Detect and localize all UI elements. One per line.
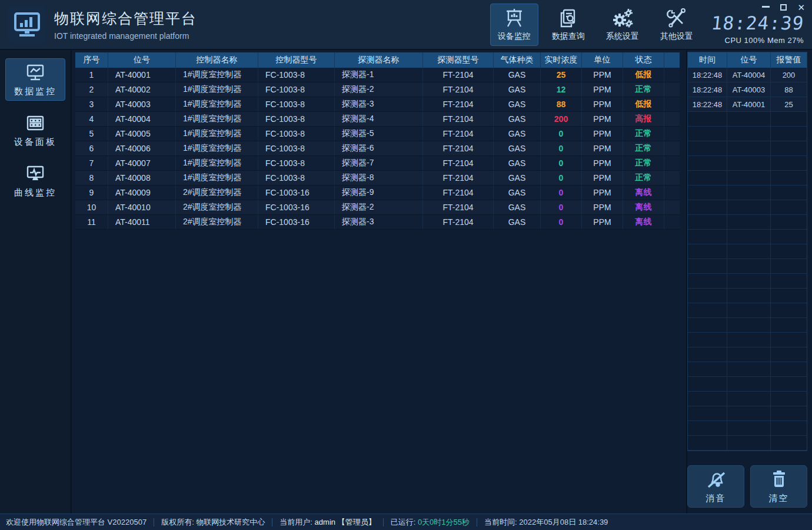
mute-button-label: 消音 <box>706 493 726 504</box>
cell-det_model: FT-2104 <box>422 97 493 111</box>
cell-detector: 探测器-4 <box>334 112 422 126</box>
sidebar-item-label: 设备面板 <box>14 137 56 148</box>
cell-value <box>770 259 807 273</box>
cell-time <box>688 362 727 376</box>
cell-value <box>770 421 807 435</box>
cell-time <box>688 406 727 420</box>
current-user-label: 当前用户: <box>279 517 312 528</box>
cell-value <box>770 186 807 200</box>
cell-tag <box>727 318 770 332</box>
column-header: 位号 <box>727 52 770 68</box>
cell-tag <box>727 156 770 170</box>
table-row[interactable]: 5AT-400051#调度室控制器FC-1003-8探测器-5FT-2104GA… <box>75 127 680 141</box>
cell-value: 88 <box>770 82 807 97</box>
title-block: 物联网综合管理平台 IOT integrated management plat… <box>54 9 197 41</box>
table-row[interactable]: 1AT-400011#调度室控制器FC-1003-8探测器-1FT-2104GA… <box>75 68 680 82</box>
digital-clock: 18:24:39 <box>710 12 805 34</box>
table-row[interactable]: 6AT-400061#调度室控制器FC-1003-8探测器-6FT-2104GA… <box>75 141 680 156</box>
doc-search-icon <box>558 8 579 29</box>
cell-time <box>688 274 727 288</box>
alarm-row-empty <box>688 392 807 406</box>
nav-system-settings[interactable]: 系统设置 <box>598 4 647 46</box>
cell-tag: AT-40003 <box>727 82 770 97</box>
cell-det_model: FT-2104 <box>422 82 493 97</box>
cell-value: 25 <box>770 97 807 111</box>
clear-button[interactable]: 清空 <box>750 465 807 508</box>
window-controls: ✕ <box>762 4 805 11</box>
cell-detector: 探测器-8 <box>334 171 422 185</box>
cell-det_model: FT-2104 <box>422 68 493 82</box>
sidebar-item-data-monitor[interactable]: 数据监控 <box>5 58 65 101</box>
board-chart-icon <box>504 8 525 29</box>
nav-label: 系统设置 <box>606 31 639 42</box>
cell-tag: AT-40003 <box>108 97 175 111</box>
cell-status: 正常 <box>623 156 664 170</box>
cell-detector: 探测器-1 <box>334 68 422 82</box>
table-row[interactable]: 11AT-400112#调度室控制器FC-1003-16探测器-3FT-2104… <box>75 215 680 230</box>
minimize-button[interactable] <box>762 6 770 8</box>
cell-filler <box>664 215 680 229</box>
table-row[interactable]: 2AT-400021#调度室控制器FC-1003-8探测器-2FT-2104GA… <box>75 82 680 97</box>
cell-tag <box>727 362 770 376</box>
alarm-row-empty <box>688 156 807 171</box>
cell-tag: AT-40010 <box>108 200 175 214</box>
cell-status: 正常 <box>623 127 664 141</box>
tools-icon <box>666 8 687 29</box>
cell-value: 88 <box>540 97 581 111</box>
alarm-row-empty <box>688 436 807 450</box>
close-button[interactable]: ✕ <box>797 4 805 11</box>
cell-filler <box>664 171 680 185</box>
cell-time: 18:22:48 <box>688 97 727 111</box>
nav-data-query[interactable]: 数据查询 <box>544 4 593 46</box>
cell-unit: PPM <box>581 97 623 111</box>
table-row[interactable]: 4AT-400041#调度室控制器FC-1003-8探测器-4FT-2104GA… <box>75 112 680 127</box>
alarm-row-empty <box>688 303 807 318</box>
alarm-row[interactable]: 18:22:48AT-4000388 <box>688 82 807 97</box>
cell-tag: AT-40007 <box>108 156 175 170</box>
nav-device-monitor[interactable]: 设备监控 <box>490 4 538 46</box>
alarm-row-empty <box>688 377 807 392</box>
alarm-row[interactable]: 18:22:48AT-40004200 <box>688 68 807 82</box>
cell-gas: GAS <box>493 68 540 82</box>
cell-tag <box>727 200 770 214</box>
alarm-row-empty <box>688 171 807 186</box>
column-header: 控制器名称 <box>175 52 258 68</box>
cell-detector: 探测器-3 <box>334 97 422 111</box>
mute-button[interactable]: 消音 <box>687 465 744 508</box>
cell-value <box>770 377 807 391</box>
column-header: 序号 <box>75 52 108 68</box>
cell-gas: GAS <box>493 156 540 170</box>
cell-filler <box>664 68 680 82</box>
sidebar-item-label: 曲线监控 <box>14 187 56 198</box>
table-row[interactable]: 7AT-400071#调度室控制器FC-1003-8探测器-7FT-2104GA… <box>75 156 680 171</box>
nav-label: 其他设置 <box>660 31 693 42</box>
cell-tag <box>727 127 770 141</box>
sidebar-item-curve-monitor[interactable]: 曲线监控 <box>5 160 65 202</box>
cell-filler <box>664 82 680 97</box>
column-header: 探测器名称 <box>334 52 422 68</box>
cell-detector: 探测器-2 <box>334 82 422 97</box>
cell-tag <box>727 274 770 288</box>
table-row[interactable]: 8AT-400081#调度室控制器FC-1003-8探测器-8FT-2104GA… <box>75 171 680 186</box>
alarm-row-empty <box>688 230 807 244</box>
alarm-row[interactable]: 18:22:48AT-4000125 <box>688 97 807 112</box>
cell-value: 0 <box>540 171 581 185</box>
cell-no: 2 <box>75 82 108 97</box>
cell-tag <box>727 230 770 244</box>
cell-value <box>770 156 807 170</box>
sidebar-item-device-panel[interactable]: 设备面板 <box>5 109 65 151</box>
table-row[interactable]: 3AT-400031#调度室控制器FC-1003-8探测器-3FT-2104GA… <box>75 97 680 112</box>
table-row[interactable]: 9AT-400092#调度室控制器FC-1003-16探测器-9FT-2104G… <box>75 186 680 200</box>
uptime-label: 已运行: <box>391 517 416 528</box>
cell-status: 高报 <box>623 112 664 126</box>
cell-tag <box>727 215 770 229</box>
cell-controller: 2#调度室控制器 <box>175 215 258 229</box>
cell-time <box>688 333 727 347</box>
table-row[interactable]: 10AT-400102#调度室控制器FC-1003-16探测器-2FT-2104… <box>75 200 680 215</box>
cell-unit: PPM <box>581 68 623 82</box>
nav-other-settings[interactable]: 其他设置 <box>653 4 701 46</box>
divider <box>154 518 154 526</box>
cell-value <box>770 127 807 141</box>
maximize-button[interactable] <box>780 4 787 11</box>
cell-ctrl_model: FC-1003-8 <box>258 141 334 155</box>
